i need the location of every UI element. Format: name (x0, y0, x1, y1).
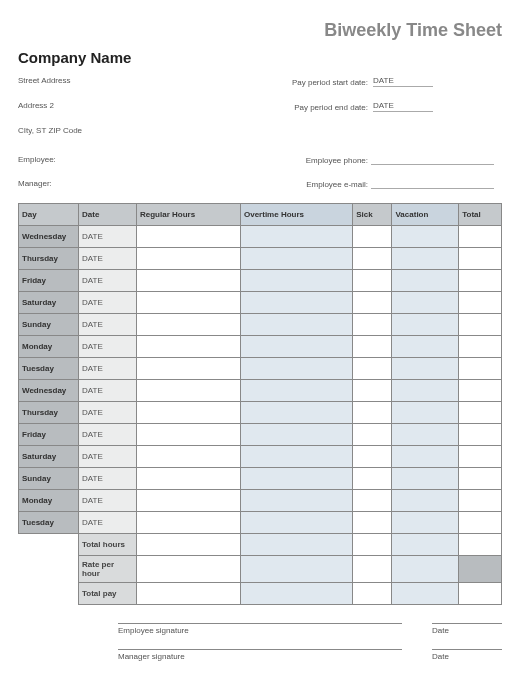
cell-date[interactable]: DATE (79, 314, 137, 336)
total-pay-sick[interactable] (353, 583, 392, 605)
cell-date[interactable]: DATE (79, 402, 137, 424)
cell-sick[interactable] (353, 468, 392, 490)
total-hours-sick[interactable] (353, 534, 392, 556)
cell-vac[interactable] (392, 358, 459, 380)
cell-ot[interactable] (240, 226, 352, 248)
cell-date[interactable]: DATE (79, 380, 137, 402)
cell-tot[interactable] (459, 490, 502, 512)
cell-ot[interactable] (240, 446, 352, 468)
cell-date[interactable]: DATE (79, 424, 137, 446)
rate-vac[interactable] (392, 556, 459, 583)
cell-date[interactable]: DATE (79, 248, 137, 270)
cell-vac[interactable] (392, 468, 459, 490)
rate-sick[interactable] (353, 556, 392, 583)
cell-ot[interactable] (240, 270, 352, 292)
cell-ot[interactable] (240, 468, 352, 490)
cell-ot[interactable] (240, 292, 352, 314)
cell-vac[interactable] (392, 380, 459, 402)
cell-sick[interactable] (353, 336, 392, 358)
cell-sick[interactable] (353, 490, 392, 512)
cell-ot[interactable] (240, 380, 352, 402)
cell-sick[interactable] (353, 358, 392, 380)
cell-reg[interactable] (137, 358, 241, 380)
cell-tot[interactable] (459, 402, 502, 424)
cell-reg[interactable] (137, 424, 241, 446)
rate-reg[interactable] (137, 556, 241, 583)
cell-sick[interactable] (353, 248, 392, 270)
cell-date[interactable]: DATE (79, 490, 137, 512)
cell-ot[interactable] (240, 248, 352, 270)
cell-reg[interactable] (137, 248, 241, 270)
total-pay-vac[interactable] (392, 583, 459, 605)
cell-tot[interactable] (459, 446, 502, 468)
cell-reg[interactable] (137, 292, 241, 314)
cell-date[interactable]: DATE (79, 292, 137, 314)
cell-reg[interactable] (137, 446, 241, 468)
total-pay-ot[interactable] (240, 583, 352, 605)
cell-reg[interactable] (137, 270, 241, 292)
total-hours-ot[interactable] (240, 534, 352, 556)
cell-date[interactable]: DATE (79, 468, 137, 490)
total-hours-reg[interactable] (137, 534, 241, 556)
cell-sick[interactable] (353, 314, 392, 336)
cell-date[interactable]: DATE (79, 270, 137, 292)
cell-tot[interactable] (459, 314, 502, 336)
cell-vac[interactable] (392, 490, 459, 512)
cell-tot[interactable] (459, 512, 502, 534)
cell-ot[interactable] (240, 512, 352, 534)
cell-sick[interactable] (353, 424, 392, 446)
pay-end-value[interactable]: DATE (373, 101, 433, 112)
cell-date[interactable]: DATE (79, 358, 137, 380)
cell-vac[interactable] (392, 446, 459, 468)
cell-vac[interactable] (392, 512, 459, 534)
cell-tot[interactable] (459, 226, 502, 248)
cell-ot[interactable] (240, 424, 352, 446)
cell-sick[interactable] (353, 226, 392, 248)
cell-tot[interactable] (459, 336, 502, 358)
cell-sick[interactable] (353, 380, 392, 402)
cell-sick[interactable] (353, 270, 392, 292)
cell-ot[interactable] (240, 358, 352, 380)
cell-vac[interactable] (392, 270, 459, 292)
cell-sick[interactable] (353, 512, 392, 534)
cell-ot[interactable] (240, 490, 352, 512)
cell-vac[interactable] (392, 226, 459, 248)
rate-tot[interactable] (459, 556, 502, 583)
cell-reg[interactable] (137, 490, 241, 512)
emp-email-input[interactable] (371, 179, 494, 189)
cell-vac[interactable] (392, 336, 459, 358)
cell-tot[interactable] (459, 468, 502, 490)
total-pay-tot[interactable] (459, 583, 502, 605)
cell-date[interactable]: DATE (79, 512, 137, 534)
rate-ot[interactable] (240, 556, 352, 583)
cell-reg[interactable] (137, 402, 241, 424)
cell-reg[interactable] (137, 380, 241, 402)
cell-reg[interactable] (137, 314, 241, 336)
total-hours-vac[interactable] (392, 534, 459, 556)
cell-tot[interactable] (459, 248, 502, 270)
cell-ot[interactable] (240, 314, 352, 336)
cell-vac[interactable] (392, 248, 459, 270)
cell-vac[interactable] (392, 424, 459, 446)
cell-tot[interactable] (459, 424, 502, 446)
cell-tot[interactable] (459, 380, 502, 402)
cell-vac[interactable] (392, 314, 459, 336)
cell-reg[interactable] (137, 226, 241, 248)
cell-ot[interactable] (240, 336, 352, 358)
cell-date[interactable]: DATE (79, 446, 137, 468)
cell-vac[interactable] (392, 292, 459, 314)
cell-reg[interactable] (137, 468, 241, 490)
cell-tot[interactable] (459, 292, 502, 314)
cell-sick[interactable] (353, 446, 392, 468)
cell-sick[interactable] (353, 292, 392, 314)
cell-tot[interactable] (459, 270, 502, 292)
cell-date[interactable]: DATE (79, 336, 137, 358)
total-hours-tot[interactable] (459, 534, 502, 556)
cell-reg[interactable] (137, 512, 241, 534)
total-pay-reg[interactable] (137, 583, 241, 605)
cell-tot[interactable] (459, 358, 502, 380)
emp-phone-input[interactable] (371, 155, 494, 165)
cell-vac[interactable] (392, 402, 459, 424)
cell-date[interactable]: DATE (79, 226, 137, 248)
pay-start-value[interactable]: DATE (373, 76, 433, 87)
